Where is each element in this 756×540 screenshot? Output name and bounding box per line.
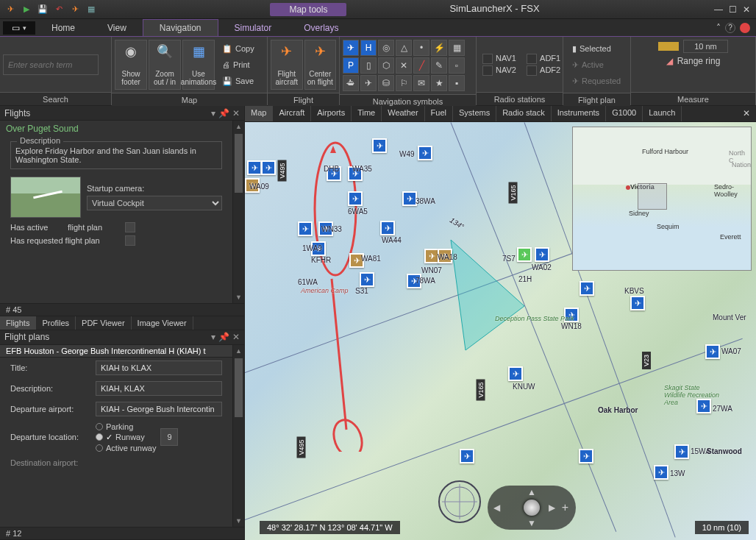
airport-icon[interactable]: ✈ (705, 344, 720, 359)
db-icon[interactable]: ⛁ (378, 75, 394, 91)
pin-icon[interactable]: 📌 (218, 332, 229, 342)
menu-simulator[interactable]: Simulator (218, 20, 288, 36)
adf2-check[interactable] (527, 65, 537, 76)
tab-airports[interactable]: Airports (311, 106, 352, 121)
close-panel-icon[interactable]: ✕ (232, 108, 240, 118)
airport-icon[interactable]: ✈ (579, 449, 593, 463)
pin-icon[interactable]: 📌 (218, 108, 229, 118)
fp-active[interactable]: ✈Active (569, 57, 624, 72)
fp-selected[interactable]: ▮Selected (569, 41, 624, 56)
tab-profiles[interactable]: Profiles (36, 316, 76, 330)
save-button[interactable]: 💾Save (219, 74, 257, 88)
nav1-check[interactable] (482, 54, 493, 64)
range-select[interactable]: 10 nm (683, 40, 728, 53)
flights-scrollbar[interactable]: ▲▼ (232, 121, 244, 303)
airport-icon[interactable]: ✈ (654, 465, 668, 480)
layers-icon[interactable]: ▦ (85, 4, 97, 15)
line-icon[interactable]: ╱ (413, 57, 429, 74)
close-icon[interactable]: ✕ (743, 4, 750, 15)
close-panel-icon[interactable]: ✕ (232, 332, 240, 342)
has-req-check[interactable] (125, 235, 135, 246)
menu-overlays[interactable]: Overlays (288, 20, 354, 36)
menu-view[interactable]: View (91, 20, 143, 36)
airport-icon[interactable]: ✈ (674, 444, 689, 459)
fplans-scrollbar[interactable]: ▲▼ (232, 345, 244, 527)
adf1-check[interactable] (527, 54, 537, 64)
nav2-check[interactable] (482, 65, 493, 76)
airport-icon[interactable]: ✈ (517, 247, 532, 262)
airport-icon[interactable]: ✈ (418, 146, 432, 160)
has-active-check[interactable] (125, 222, 135, 232)
record-indicator[interactable] (740, 23, 750, 33)
tab-pdf[interactable]: PDF Viewer (76, 316, 131, 330)
menu-navigation[interactable]: Navigation (143, 19, 218, 36)
grid-icon[interactable]: ▦ (449, 40, 465, 56)
center-flight-button[interactable]: ✈Center on flight (304, 40, 337, 90)
minimize-icon[interactable]: — (714, 4, 723, 15)
fplan-desc-input[interactable] (96, 381, 222, 396)
airport-icon[interactable]: ✈ (380, 221, 395, 235)
tab-flights[interactable]: Flights (0, 316, 36, 330)
airport-icon[interactable]: ✈ (372, 138, 387, 153)
minimap[interactable]: Victoria Fulford Harbour Sidney Sedro-Wo… (572, 127, 752, 271)
play-icon[interactable]: ▶ (21, 4, 32, 15)
airport-icon[interactable]: ✈ (348, 191, 363, 206)
airport-icon[interactable]: ✈ (261, 160, 276, 175)
active-runway-radio[interactable]: Active runway (96, 444, 156, 452)
flag-icon[interactable]: ⚐ (396, 75, 412, 91)
airport-icon[interactable]: ✈ (535, 247, 549, 262)
help-icon[interactable]: ? (725, 23, 735, 33)
tab-image[interactable]: Image Viewer (132, 316, 193, 330)
fplan-depapt-input[interactable] (96, 402, 222, 416)
plane2-icon[interactable]: ✈ (69, 4, 81, 15)
chevron-up-icon[interactable]: ˄ (716, 23, 721, 33)
airport-icon[interactable]: ✈ (247, 160, 262, 175)
tab-time[interactable]: Time (352, 106, 382, 121)
eraser-icon[interactable]: ◢ (666, 56, 673, 66)
save-icon[interactable]: 💾 (37, 4, 49, 15)
map-canvas[interactable]: 134° ✈ ✈ ✈ ✈ W49 ✈ ✈ DHB WA35 ✈ WA09 ✈ ✈… (245, 122, 756, 540)
airport-icon[interactable]: ✈ (424, 249, 439, 263)
copy-button[interactable]: 📋Copy (219, 41, 257, 56)
airport-icon[interactable]: ✈ (298, 221, 313, 236)
dropdown-icon[interactable]: ▾ (211, 332, 215, 342)
tab-close-icon[interactable]: ✕ (737, 106, 756, 121)
dot-icon[interactable]: • (413, 40, 429, 56)
scale-readout[interactable]: 10 nm (10) (695, 521, 749, 534)
star-icon[interactable]: ★ (431, 75, 447, 91)
fplan-selected[interactable]: EFB Houston - George Bush Intercontinent… (0, 345, 232, 358)
undo-icon[interactable]: ↶ (53, 4, 65, 15)
airport-icon[interactable]: ✈ (402, 191, 417, 206)
menu-home[interactable]: Home (35, 20, 91, 36)
cross-icon[interactable]: ✕ (396, 57, 412, 74)
heli-icon[interactable]: H (360, 40, 377, 56)
ship-icon[interactable]: ⛴ (343, 75, 359, 91)
tab-g1000[interactable]: G1000 (606, 106, 643, 121)
animations-button[interactable]: ▦Use animations (182, 40, 215, 90)
flight-aircraft-button[interactable]: ✈Flight aircraft (271, 40, 303, 90)
fplan-title-input[interactable] (96, 360, 222, 375)
fp-requested[interactable]: ✈Requested (569, 74, 624, 88)
airport-icon[interactable]: ✈ (343, 40, 359, 56)
search-input[interactable] (3, 54, 99, 75)
compass-icon[interactable]: ◎ (378, 40, 394, 56)
sq-icon[interactable]: ▫ (449, 57, 465, 74)
runway-number[interactable]: 9 (160, 428, 178, 446)
tab-aircraft[interactable]: Aircraft (273, 106, 311, 121)
airport-icon[interactable]: ✈ (360, 272, 374, 287)
file-menu-button[interactable]: ▭▾ (3, 21, 35, 35)
runway-radio[interactable]: ✓ Runway (96, 433, 156, 442)
show-footer-button[interactable]: ◉Show footer (115, 40, 147, 90)
camera-select[interactable]: Virtual Cockpit (87, 196, 222, 210)
plane-sm-icon[interactable]: ✈ (360, 75, 377, 91)
airport-icon[interactable]: ✈ (508, 366, 523, 381)
read-icon[interactable]: ✉ (413, 75, 429, 91)
zoom-button[interactable]: 🔍Zoom out / in (149, 40, 181, 90)
tab-launch[interactable]: Launch (643, 106, 682, 121)
print-button[interactable]: 🖨Print (219, 57, 257, 72)
dropdown-icon[interactable]: ▾ (211, 108, 215, 118)
tab-radiostack[interactable]: Radio stack (496, 106, 551, 121)
tab-weather[interactable]: Weather (382, 106, 424, 121)
pencil-icon[interactable]: ✎ (431, 57, 447, 74)
plane-icon[interactable]: ✈ (4, 4, 16, 15)
